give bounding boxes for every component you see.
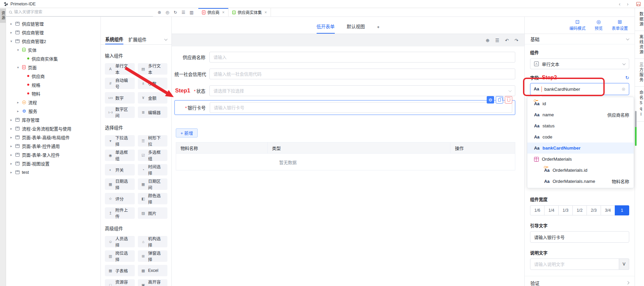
tree-item[interactable]: ▸页面-表单-录入控件	[6, 150, 100, 159]
palette-item-switch[interactable]: ◐开关	[105, 164, 135, 175]
add-view-tab-button[interactable]: +	[377, 25, 380, 34]
help-text-input[interactable]	[534, 262, 615, 267]
tab-extension-components[interactable]: 扩展组件	[128, 34, 147, 44]
search-input[interactable]	[14, 10, 150, 14]
width-option-1-3[interactable]: 1/3	[558, 205, 573, 215]
redo-icon[interactable]: ↷	[515, 38, 518, 43]
preview-button[interactable]: ◎预览	[595, 19, 603, 31]
palette-item-popup-picker[interactable]: ⊞弹窗选择	[138, 250, 168, 262]
field-delete-button[interactable]	[505, 96, 512, 104]
palette-item-editor[interactable]: ≣编辑器	[138, 107, 168, 118]
docs-icon[interactable]: ▥	[190, 10, 194, 15]
palette-item-tree-dropdown[interactable]: ☰树形下拉	[138, 135, 168, 147]
tree-item[interactable]: 供应商	[6, 72, 100, 80]
form-settings-button[interactable]: ⊞表单设置	[612, 19, 628, 31]
width-option-1-4[interactable]: 1/4	[544, 205, 559, 215]
palette-item-single-line-text[interactable]: A单行文本	[105, 63, 135, 75]
form-field-supplier-name[interactable]: 供应商名称	[174, 52, 515, 63]
expand-arrow-icon[interactable]: ▸	[9, 144, 13, 148]
close-icon[interactable]: ×	[222, 10, 225, 15]
clear-icon[interactable]: ⊗	[621, 86, 626, 92]
palette-item-sub-table[interactable]: ▦子表格	[105, 265, 135, 276]
rail-tab-offline-resources[interactable]: 离线资源	[635, 31, 644, 59]
palette-item-post-picker[interactable]: ▥岗位选择	[105, 250, 135, 262]
text-input[interactable]	[209, 69, 515, 79]
nav-back-icon[interactable]: ‹	[617, 1, 622, 6]
supplier-name-input[interactable]	[213, 55, 511, 60]
tree-item[interactable]: ▾供应商管理2	[6, 37, 100, 45]
rail-tab-thirdparty-services[interactable]: 三方服务	[635, 59, 644, 87]
width-option-1-6[interactable]: 1/6	[530, 205, 545, 215]
palette-item-radio-group[interactable]: ◉单选框组	[105, 150, 135, 161]
palette-item-decimal[interactable]: ±小数	[138, 78, 168, 89]
outline-icon[interactable]: ☰	[182, 10, 185, 15]
help-text-box[interactable]	[530, 258, 619, 270]
chevron-down-icon[interactable]	[164, 37, 168, 41]
dropdown-item-order-materials-id[interactable]: AaOrderMaterials.id	[527, 165, 634, 176]
tree-item[interactable]: 规格	[6, 80, 100, 89]
expand-arrow-icon[interactable]: ▸	[9, 162, 13, 165]
search-box[interactable]	[6, 8, 153, 16]
tree-item[interactable]: ▸供应链管理	[6, 19, 100, 28]
width-option-full[interactable]: 1	[615, 205, 629, 215]
palette-item-checkbox-group[interactable]: ☑多选框组	[138, 150, 168, 161]
text-input[interactable]	[209, 52, 515, 63]
expand-arrow-icon[interactable]: ▸	[9, 153, 13, 157]
selected-field-bank-card[interactable]: ⚙ *银行卡号	[174, 100, 515, 115]
tree-item[interactable]: ▸test	[6, 168, 100, 176]
palette-item-number-range[interactable]: 1~3数字区间	[105, 107, 135, 118]
save-icon[interactable]	[636, 2, 641, 6]
add-row-button[interactable]: + 新增	[176, 128, 198, 137]
rail-tab-datasource[interactable]: 数据源	[635, 8, 644, 31]
dropdown-item-order-materials-name[interactable]: AaOrderMaterials.name物料名称	[527, 176, 634, 187]
palette-item-multi-line-text[interactable]: ▤多行文本	[138, 63, 168, 75]
tree-item[interactable]: ▸页面-视图设置	[6, 159, 100, 168]
status-select[interactable]	[209, 85, 515, 96]
tree-item[interactable]: 供应商实体集	[6, 54, 100, 63]
form-field-bank-card[interactable]: *银行卡号	[175, 102, 512, 113]
refresh-icon[interactable]: ↻	[173, 10, 177, 15]
dropdown-item-bank-card-number[interactable]: AabankCardNumber	[527, 142, 634, 154]
bank-card-input[interactable]	[214, 105, 508, 110]
undo-icon[interactable]: ↶	[505, 38, 509, 43]
close-icon[interactable]: ×	[265, 10, 267, 15]
palette-item-number[interactable]: 123数字	[105, 92, 135, 104]
palette-item-highcode-container[interactable]: ▣高开容器	[138, 279, 168, 286]
code-mode-button[interactable]: ⊡编码模式	[569, 19, 586, 31]
tree-item[interactable]: ▾页面	[6, 63, 100, 72]
credit-code-input[interactable]	[213, 72, 511, 77]
palette-item-person-picker[interactable]: ☺人员选择	[105, 236, 135, 247]
tab-default-view[interactable]: 默认视图	[347, 23, 365, 34]
field-settings-button[interactable]: ⚙	[487, 96, 494, 104]
section-validation[interactable]: 验证	[525, 276, 635, 286]
tree-item[interactable]: ▸流程	[6, 98, 100, 107]
expand-arrow-icon[interactable]: ▸	[16, 109, 20, 113]
rail-tab-resources[interactable]: 资源	[0, 9, 6, 23]
dropdown-item-name[interactable]: Aaname供应商名称	[527, 109, 634, 120]
width-option-3-4[interactable]: 3/4	[601, 205, 615, 215]
status-select-input[interactable]	[213, 88, 509, 93]
tab-lowcode-form[interactable]: 低开表单	[317, 23, 335, 34]
component-type-select[interactable]: A 单行文本	[530, 58, 629, 69]
file-tab-supplier-entity[interactable]: 供应商实体集 ×	[229, 8, 271, 16]
expand-arrow-icon[interactable]: ▸	[9, 127, 13, 130]
dropdown-item-order-materials[interactable]: OrderMaterials	[527, 154, 634, 165]
palette-item-date-picker[interactable]: ▦日期选择	[105, 178, 135, 190]
dropdown-item-id[interactable]: Aaid	[527, 98, 634, 109]
chevron-down-icon[interactable]	[626, 37, 630, 40]
expand-arrow-icon[interactable]: ▸	[9, 135, 13, 139]
palette-item-amount[interactable]: ¥金额	[138, 92, 168, 104]
inspector-section-basic[interactable]: 基础	[525, 34, 635, 44]
file-tab-supplier[interactable]: 供应商 ×	[198, 8, 229, 16]
variable-suffix-button[interactable]: V	[619, 258, 629, 270]
palette-item-dropdown[interactable]: ▾下拉选择	[105, 135, 135, 147]
form-field-status[interactable]: *状态	[174, 85, 515, 96]
field-copy-button[interactable]	[496, 96, 503, 104]
field-binding-input-box[interactable]: Aa ⊗	[530, 83, 629, 95]
tree-item[interactable]: ▸流程-业务流程配置与使用	[6, 124, 100, 133]
tree-item[interactable]: ▸页面-表单-控件通用	[6, 141, 100, 150]
palette-item-excel[interactable]: ▩Excel	[138, 265, 168, 276]
tree-item[interactable]: ▸页面-表单-高级/布局组件	[6, 133, 100, 141]
palette-item-org-picker[interactable]: ⌂机构选择	[138, 236, 168, 247]
palette-item-attachment-upload[interactable]: ↥附件上传	[105, 207, 135, 219]
